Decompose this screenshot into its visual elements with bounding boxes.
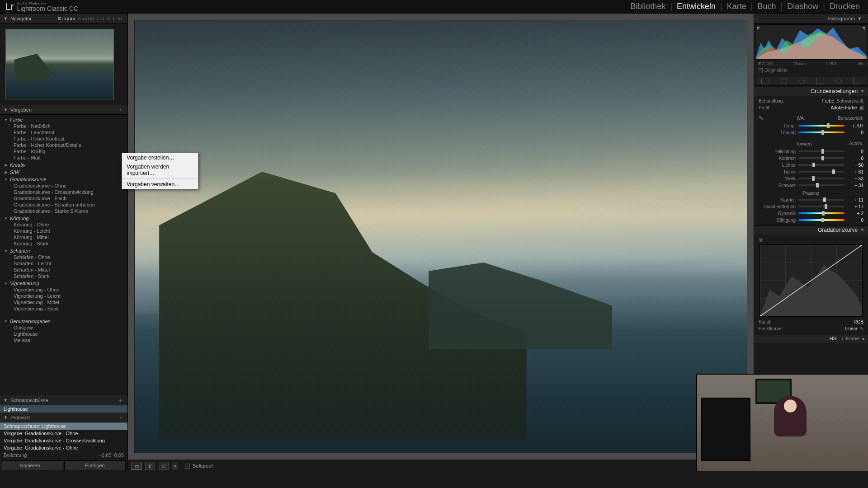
snapshot-item[interactable]: Lighthouse (0, 405, 127, 413)
preset-group[interactable]: ▼Gradationskurve (4, 176, 124, 183)
navigator-header[interactable]: ▼ Navigator Einpas Ausfül 1:1 3:1 ◂▸ (0, 14, 127, 23)
auto-tone[interactable]: Autom. (849, 141, 863, 146)
curve-header[interactable]: Gradationskurve▼ (754, 225, 868, 235)
slider-Dynamik[interactable]: Dynamik+ 2 (759, 210, 863, 217)
history-item[interactable]: Vorgabe: Gradationskurve - Ohne (0, 444, 127, 451)
slider-Lichter[interactable]: Lichter− 50 (759, 162, 863, 169)
slider-Dunst entfernen[interactable]: Dunst entfernen+ 17 (759, 203, 863, 210)
before-after-lr-icon[interactable]: ◧ (145, 462, 155, 470)
curve-channel[interactable]: RGB (854, 319, 863, 324)
ctx-import-presets[interactable]: Vorgaben werden importiert… (122, 162, 198, 178)
brush-tool-icon[interactable] (853, 78, 861, 84)
spot-tool-icon[interactable] (781, 78, 787, 84)
preset-item[interactable]: Schärfen - Stark (14, 273, 124, 279)
ctx-manage-presets[interactable]: Vorgaben verwalten… (122, 180, 198, 189)
before-after-tb-icon[interactable]: ⊟ (159, 462, 169, 470)
preset-group[interactable]: ▼Farbe (4, 117, 124, 123)
preset-group[interactable]: ▼Benutzervorgaben (4, 318, 124, 324)
preset-item[interactable]: Körnung - Leicht (14, 228, 124, 234)
navigator-zoom[interactable]: Einpas Ausfül 1:1 3:1 ◂▸ (58, 16, 124, 21)
main-photo[interactable] (134, 20, 747, 453)
presets-header[interactable]: ▼ Vorgaben + (0, 105, 127, 115)
wb-value[interactable]: Benutzerdef. (838, 116, 863, 121)
slider-Belichtung[interactable]: Belichtung0 (759, 148, 863, 155)
curve-edit-icon[interactable]: ✎ (860, 326, 863, 331)
histogram-header[interactable]: Histogramm ▼ (754, 14, 868, 23)
ctx-create-preset[interactable]: Vorgabe erstellen… (122, 153, 198, 162)
radial-tool-icon[interactable] (835, 78, 842, 84)
slider-Tönung[interactable]: Tönung0 (759, 129, 863, 136)
curve-point[interactable]: Linear (845, 326, 858, 331)
preset-group[interactable]: ▶Kreativ (4, 162, 124, 168)
profile-value[interactable]: Adobe Farbe (831, 105, 857, 110)
module-develop[interactable]: Entwickeln (674, 2, 718, 11)
preset-item[interactable]: Farbe - Hoher Kontrast/Details (14, 142, 124, 148)
history-item[interactable]: Schnappschuss: Lighthouse (0, 422, 127, 430)
slider-Temp.[interactable]: Temp.7.707 (759, 122, 863, 129)
redeye-tool-icon[interactable] (798, 78, 805, 84)
history-clear-icon[interactable]: × (119, 415, 124, 420)
preset-item[interactable]: Schärfen - Mittel (14, 267, 124, 273)
loupe-view-icon[interactable]: ▭ (132, 462, 142, 470)
snapshots-header[interactable]: ▼ Schnappschüsse — + (0, 395, 127, 405)
slider-Kontrast[interactable]: Kontrast0 (759, 155, 863, 162)
preset-item[interactable]: Gradationskurve - Ohne (14, 183, 124, 189)
clip-shadow-icon[interactable]: ◤ (757, 26, 760, 30)
crop-tool-icon[interactable] (761, 78, 769, 84)
clip-highlight-icon[interactable]: ◥ (862, 26, 865, 30)
preset-item[interactable]: Körnung - Stark (14, 240, 124, 247)
slider-Sättigung[interactable]: Sättigung0 (759, 217, 863, 224)
preset-group[interactable]: ▶S/W (4, 169, 124, 175)
history-header[interactable]: ▼ Protokoll × (0, 413, 127, 422)
profile-grid-icon[interactable]: ▦ (859, 105, 863, 110)
preset-item[interactable]: Gradationskurve - Schatten anheben (14, 202, 124, 208)
slider-Tiefen[interactable]: Tiefen+ 61 (759, 169, 863, 175)
eyedropper-icon[interactable]: ✎ (759, 115, 764, 122)
preset-item[interactable]: Farbe - Matt (14, 155, 124, 161)
preset-item[interactable]: Lighthouse (14, 331, 124, 337)
preset-group[interactable]: ▼Vignettierung (4, 280, 124, 286)
treatment-color[interactable]: Farbe (822, 99, 834, 103)
softproof-checkbox[interactable] (185, 464, 190, 469)
preset-item[interactable]: Farbe - Natürlich (14, 123, 124, 129)
slider-Weiß[interactable]: Weiß− 53 (759, 175, 863, 182)
preset-item[interactable]: Gradationskurve - Flach (14, 195, 124, 202)
tone-curve[interactable] (760, 244, 863, 317)
preset-item[interactable]: Körnung - Mittel (14, 234, 124, 240)
module-slideshow[interactable]: Diashow (784, 2, 821, 11)
preset-item[interactable]: Gradationskurve - Crossentwicklung (14, 189, 124, 195)
preset-item[interactable]: Vignettierung - Ohne (14, 286, 124, 293)
module-book[interactable]: Buch (755, 2, 779, 11)
history-item[interactable]: Vorgabe: Gradationskurve - Ohne (0, 430, 127, 437)
treatment-bw[interactable]: Schwarzweiß (837, 99, 863, 103)
presets-add-icon[interactable]: + (119, 107, 124, 113)
preset-item[interactable]: Schärfen - Leicht (14, 260, 124, 267)
preset-item[interactable]: Farbe - Leuchtend (14, 129, 124, 136)
history-item[interactable]: Belichtung−0,65 0,65 (0, 451, 127, 459)
histogram-graph[interactable]: ◤ ◥ (755, 24, 867, 60)
preset-item[interactable]: Körnung - Ohne (14, 221, 124, 228)
slider-Schwarz[interactable]: Schwarz− 31 (759, 182, 863, 189)
navigator-thumbnail[interactable] (5, 29, 114, 99)
preset-group[interactable]: ▼Schärfen (4, 248, 124, 254)
preset-item[interactable]: Schärfen - Ohne (14, 254, 124, 260)
curve-target-icon[interactable]: ◎ (759, 236, 763, 243)
slider-Klarheit[interactable]: Klarheit+ 11 (759, 197, 863, 203)
preset-item[interactable]: Vignettierung - Stark (14, 305, 124, 312)
snapshots-icons[interactable]: — + (106, 398, 124, 403)
preset-item[interactable]: Farbe - Hoher Kontrast (14, 136, 124, 142)
toolbar-chevron-icon[interactable]: ▾ (172, 462, 178, 470)
module-map[interactable]: Karte (724, 2, 749, 11)
preset-item[interactable]: Vignettierung - Mittel (14, 299, 124, 305)
preset-item[interactable]: Glasgow (14, 324, 124, 331)
original-checkbox[interactable] (758, 68, 763, 73)
module-library[interactable]: Bibliothek (627, 2, 668, 11)
paste-button[interactable]: Einfügen (64, 460, 126, 470)
hsl-header[interactable]: HSL/Farbe◂ (754, 334, 868, 343)
history-item[interactable]: Vorgabe: Gradationskurve - Crossentwickl… (0, 437, 127, 444)
copy-button[interactable]: Kopieren… (2, 460, 63, 470)
preset-group[interactable]: ▼Körnung (4, 215, 124, 221)
basic-header[interactable]: Grundeinstellungen▼ (754, 87, 868, 96)
preset-item[interactable]: Melissa (14, 337, 124, 343)
gradient-tool-icon[interactable] (816, 78, 824, 84)
